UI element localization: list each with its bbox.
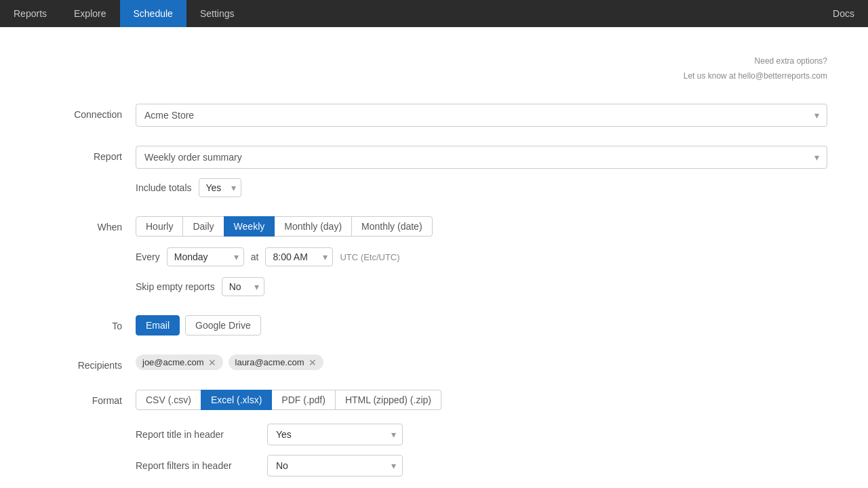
remove-recipient-laura[interactable]: ✕ <box>309 358 317 367</box>
report-select-wrapper: Weekly order summary <box>136 146 827 169</box>
recipient-tag-laura: laura@acme.com ✕ <box>229 354 323 370</box>
format-excel[interactable]: Excel (.xlsx) <box>201 390 272 410</box>
main-content: Need extra options? Let us know at hello… <box>0 27 868 488</box>
connection-select[interactable]: Acme Store <box>136 104 827 127</box>
recipients-row: Recipients joe@acme.com ✕ laura@acme.com… <box>41 354 827 371</box>
tab-daily[interactable]: Daily <box>182 216 224 237</box>
report-filters-header-wrapper: No Yes <box>267 455 403 476</box>
tab-monthly-day[interactable]: Monthly (day) <box>274 216 352 237</box>
nav-item-schedule[interactable]: Schedule <box>120 0 186 27</box>
format-row: Format CSV (.csv) Excel (.xlsx) PDF (.pd… <box>41 390 827 488</box>
connection-select-wrapper: Acme Store <box>136 104 827 127</box>
report-title-header-label: Report title in header <box>136 429 258 440</box>
when-control: Hourly Daily Weekly Monthly (day) Monthl… <box>136 216 827 296</box>
report-title-header-row: Report title in header Yes No <box>136 424 827 445</box>
format-pdf[interactable]: PDF (.pdf) <box>271 390 336 410</box>
format-html[interactable]: HTML (zipped) (.zip) <box>335 390 441 410</box>
recipients-label: Recipients <box>41 354 136 371</box>
remove-recipient-joe[interactable]: ✕ <box>208 358 216 367</box>
every-select-wrapper: Monday Tuesday Wednesday Thursday Friday… <box>167 247 244 266</box>
report-label: Report <box>41 146 136 162</box>
report-filters-header-label: Report filters in header <box>136 460 258 471</box>
at-select-wrapper: 8:00 AM 9:00 AM 10:00 AM <box>265 247 333 266</box>
every-label: Every <box>136 251 160 262</box>
recipient-email-laura: laura@acme.com <box>235 357 304 367</box>
at-label: at <box>251 251 259 262</box>
connection-row: Connection Acme Store <box>41 104 827 127</box>
nav-docs[interactable]: Docs <box>819 8 868 19</box>
report-filters-header-row: Report filters in header No Yes <box>136 455 827 476</box>
tab-hourly[interactable]: Hourly <box>136 216 183 237</box>
to-row: To Email Google Drive <box>41 315 827 336</box>
connection-control: Acme Store <box>136 104 827 127</box>
at-select[interactable]: 8:00 AM 9:00 AM 10:00 AM <box>265 247 333 266</box>
when-row: When Hourly Daily Weekly Monthly (day) M… <box>41 216 827 296</box>
to-control: Email Google Drive <box>136 315 827 336</box>
include-totals-wrapper: Yes No <box>199 178 241 197</box>
nav-item-settings[interactable]: Settings <box>186 0 248 27</box>
schedule-row: Every Monday Tuesday Wednesday Thursday … <box>136 247 827 266</box>
connection-label: Connection <box>41 104 136 120</box>
frequency-tab-group: Hourly Daily Weekly Monthly (day) Monthl… <box>136 216 827 237</box>
recipient-tag-joe: joe@acme.com ✕ <box>136 354 223 370</box>
to-label: To <box>41 315 136 331</box>
nav-item-explore[interactable]: Explore <box>60 0 119 27</box>
report-control: Weekly order summary Include totals Yes … <box>136 146 827 197</box>
to-email-button[interactable]: Email <box>136 315 180 336</box>
report-filters-header-select[interactable]: No Yes <box>267 455 403 476</box>
skip-select-wrapper: No Yes <box>222 277 264 296</box>
recipient-email-joe: joe@acme.com <box>142 357 204 367</box>
tab-weekly[interactable]: Weekly <box>224 216 275 237</box>
help-line1: Need extra options? <box>41 54 827 69</box>
format-control: CSV (.csv) Excel (.xlsx) PDF (.pdf) HTML… <box>136 390 827 488</box>
format-label: Format <box>41 390 136 406</box>
help-line2: Let us know at hello@betterreports.com <box>41 69 827 84</box>
top-navigation: Reports Explore Schedule Settings Docs <box>0 0 868 27</box>
report-select[interactable]: Weekly order summary <box>136 146 827 169</box>
report-title-header-select[interactable]: Yes No <box>267 424 403 445</box>
nav-item-reports[interactable]: Reports <box>0 0 60 27</box>
to-button-group: Email Google Drive <box>136 315 827 336</box>
format-button-group: CSV (.csv) Excel (.xlsx) PDF (.pdf) HTML… <box>136 390 827 410</box>
help-text: Need extra options? Let us know at hello… <box>41 54 827 83</box>
recipients-control: joe@acme.com ✕ laura@acme.com ✕ <box>136 354 827 370</box>
skip-row: Skip empty reports No Yes <box>136 277 827 296</box>
recipients-area: joe@acme.com ✕ laura@acme.com ✕ <box>136 354 827 370</box>
timezone-label: UTC (Etc/UTC) <box>340 252 399 262</box>
format-csv[interactable]: CSV (.csv) <box>136 390 201 410</box>
report-title-header-wrapper: Yes No <box>267 424 403 445</box>
include-totals-label: Include totals <box>136 182 192 193</box>
every-select[interactable]: Monday Tuesday Wednesday Thursday Friday… <box>167 247 244 266</box>
skip-label: Skip empty reports <box>136 281 215 292</box>
report-row: Report Weekly order summary Include tota… <box>41 146 827 197</box>
to-google-drive-button[interactable]: Google Drive <box>185 315 261 336</box>
include-totals-select[interactable]: Yes No <box>199 178 241 197</box>
tab-monthly-date[interactable]: Monthly (date) <box>351 216 432 237</box>
skip-select[interactable]: No Yes <box>222 277 264 296</box>
when-label: When <box>41 216 136 232</box>
